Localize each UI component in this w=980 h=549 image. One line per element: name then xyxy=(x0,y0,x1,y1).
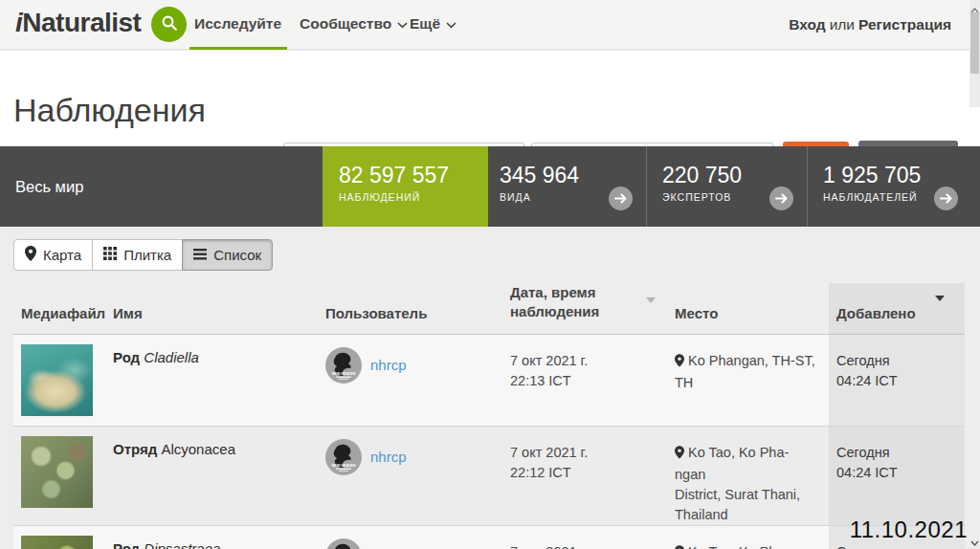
login-link[interactable]: Вход xyxy=(789,16,825,33)
svg-text:NEW HEAVEN: NEW HEAVEN xyxy=(332,464,356,468)
table-row[interactable]: Отряд Alcyonacea NEW HEAVEN nhrcp 7 окт … xyxy=(13,427,965,526)
grid-icon xyxy=(103,247,117,263)
sort-arrow-icon[interactable] xyxy=(935,296,945,301)
observation-datetime: 7 окт 2021 г. 22:12 ICT xyxy=(510,427,675,525)
observations-count: 82 597 557 xyxy=(339,163,488,187)
location-pin-icon xyxy=(675,447,684,462)
nav-search-button[interactable] xyxy=(151,7,187,42)
location-pin-icon xyxy=(675,355,684,370)
observer-cell: NEW HEAVEN nhrcp xyxy=(325,526,510,549)
added-datetime: Сегодня 04:24 ICT xyxy=(829,335,965,426)
auth-links: ВходилиРегистрация xyxy=(789,16,951,33)
taxon-name[interactable]: Отряд Alcyonacea xyxy=(113,427,325,525)
arrow-circle-icon[interactable] xyxy=(769,187,793,210)
added-datetime: Сегодня 04:24 ICT xyxy=(829,427,965,525)
observers-count: 1 925 705 xyxy=(823,163,980,187)
chevron-down-icon xyxy=(397,15,408,33)
species-count: 345 964 xyxy=(500,163,646,187)
header-media: Медиафайл xyxy=(13,283,113,334)
view-map-button[interactable]: Карта xyxy=(13,239,93,271)
view-toggle-group: Карта Плитка Список xyxy=(13,239,273,271)
inaturalist-observations-page: iNaturalist Исследуйте Сообщество Ещё Вх… xyxy=(0,0,980,549)
svg-text:NEW HEAVEN: NEW HEAVEN xyxy=(332,372,356,376)
observation-datetime: 7 окт 2021 г. 22:13 ICT xyxy=(510,335,675,426)
list-icon xyxy=(193,247,207,263)
stat-identifiers[interactable]: 220 750 ЭКСПЕРТОВ xyxy=(646,146,807,227)
avatar[interactable]: NEW HEAVEN xyxy=(325,347,362,386)
observation-photo[interactable] xyxy=(13,526,113,549)
observer-cell: NEW HEAVEN nhrcp xyxy=(325,335,510,426)
observer-cell: NEW HEAVEN nhrcp xyxy=(325,427,510,525)
header-date-sortable[interactable]: Дата, время наблюдения xyxy=(510,283,675,334)
signup-link[interactable]: Регистрация xyxy=(858,16,951,33)
nav-item-community[interactable]: Сообщество xyxy=(300,15,408,33)
avatar[interactable]: NEW HEAVEN xyxy=(325,439,362,478)
view-list-button[interactable]: Список xyxy=(182,239,273,271)
map-pin-icon xyxy=(25,246,36,264)
observation-place: Ko Tao, Ko Pha-ngan xyxy=(675,526,829,549)
observations-table: Медиафайл Имя Пользователь Дата, время н… xyxy=(13,283,965,549)
stats-bar: Весь мир 82 597 557 НАБЛЮДЕНИЙ 345 964 В… xyxy=(0,146,980,227)
identifiers-count: 220 750 xyxy=(662,163,807,187)
screenshot-date-stamp: 11.10.2021 xyxy=(850,516,968,543)
stat-species[interactable]: 345 964 ВИДА xyxy=(488,146,646,227)
nav-item-explore[interactable]: Исследуйте xyxy=(194,15,281,33)
view-grid-button[interactable]: Плитка xyxy=(92,239,183,271)
active-tab-underline xyxy=(189,47,287,50)
stat-observations[interactable]: 82 597 557 НАБЛЮДЕНИЙ xyxy=(323,146,488,227)
table-row[interactable]: Род Cladiella NEW HEAVEN nhrcp 7 окт 202… xyxy=(13,335,965,427)
auth-or-text: или xyxy=(826,16,858,33)
header-name: Имя xyxy=(113,283,325,334)
stat-observers[interactable]: 1 925 705 НАБЛЮДАТЕЛЕЙ xyxy=(807,146,980,227)
observation-photo[interactable] xyxy=(13,335,113,426)
header-user: Пользователь xyxy=(325,283,510,334)
scroll-down-icon[interactable] xyxy=(970,534,979,549)
observation-datetime: 7 окт 2021 г. xyxy=(510,526,675,549)
nav-item-more[interactable]: Ещё xyxy=(410,15,457,33)
inaturalist-logo[interactable]: iNaturalist xyxy=(15,8,141,38)
observation-photo[interactable] xyxy=(13,427,113,525)
search-header: Наблюдения Найти Фильтры xyxy=(0,51,980,146)
search-icon xyxy=(161,14,178,35)
sort-arrow-icon[interactable] xyxy=(646,297,656,303)
taxon-name[interactable]: Род Cladiella xyxy=(113,335,325,426)
observation-place: Ko Phangan, TH-ST, TH xyxy=(675,335,829,426)
taxon-name[interactable]: Род Dipsastraea xyxy=(113,526,325,549)
header-place: Место xyxy=(675,283,829,334)
top-navbar: iNaturalist Исследуйте Сообщество Ещё Вх… xyxy=(0,0,980,50)
table-row[interactable]: Род Dipsastraea NEW HEAVEN nhrcp 7 окт 2… xyxy=(13,526,965,549)
arrow-circle-icon[interactable] xyxy=(609,187,633,210)
scrollbar-track[interactable] xyxy=(969,0,980,107)
observation-place: Ko Tao, Ko Pha-ngan District, Surat Than… xyxy=(675,427,829,525)
user-link[interactable]: nhrcp xyxy=(370,449,407,465)
scope-label: Весь мир xyxy=(0,146,323,227)
scrollbar-thumb[interactable] xyxy=(970,12,979,74)
page-title: Наблюдения xyxy=(13,92,206,128)
chevron-down-icon xyxy=(446,15,457,33)
arrow-circle-icon[interactable] xyxy=(934,187,958,210)
header-added-sorted[interactable]: Добавлено xyxy=(829,283,965,334)
user-link[interactable]: nhrcp xyxy=(370,357,407,373)
avatar[interactable]: NEW HEAVEN xyxy=(325,538,362,549)
table-header-row: Медиафайл Имя Пользователь Дата, время н… xyxy=(13,283,965,335)
